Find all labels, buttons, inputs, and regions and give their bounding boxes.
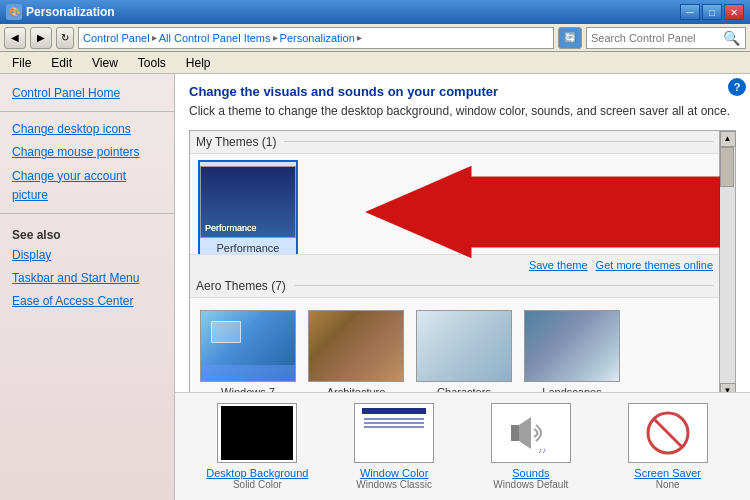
page-title: Change the visuals and sounds on your co… — [189, 84, 736, 99]
sidebar-control-panel-home[interactable]: Control Panel Home — [0, 82, 174, 105]
window-color-sub: Windows Classic — [356, 479, 432, 490]
menu-help[interactable]: Help — [182, 55, 215, 71]
path-control-panel[interactable]: Control Panel — [83, 32, 150, 44]
sidebar-divider — [0, 111, 174, 112]
theme-win7-thumbnail — [200, 310, 296, 382]
theme-characters-label: Characters — [437, 386, 491, 392]
sidebar-change-account-picture[interactable]: Change your account picture — [0, 165, 174, 207]
search-box: 🔍 — [586, 27, 746, 49]
sounds-sub: Windows Default — [493, 479, 568, 490]
sidebar-display[interactable]: Display — [0, 244, 174, 267]
sounds-item[interactable]: ♪♪ Sounds Windows Default — [471, 403, 591, 490]
help-button[interactable]: ? — [728, 78, 746, 96]
my-themes-grid: Performance Performance — [190, 154, 719, 254]
compatibility-btn[interactable]: 🔄 — [558, 27, 582, 49]
path-personalization[interactable]: Personalization — [280, 32, 355, 44]
scroll-up-button[interactable]: ▲ — [720, 131, 736, 147]
sidebar-divider-2 — [0, 213, 174, 214]
title-bar: 🎨 Personalization ─ □ ✕ — [0, 0, 750, 24]
refresh-button[interactable]: ↻ — [56, 27, 74, 49]
customization-bar: Desktop Background Solid Color Window Co… — [175, 392, 750, 500]
see-also-section: See also Display Taskbar and Start Menu … — [0, 224, 174, 314]
search-go-button[interactable]: 🔍 — [723, 30, 740, 46]
svg-rect-1 — [511, 425, 519, 441]
window-title: Personalization — [26, 5, 115, 19]
sounds-label[interactable]: Sounds — [512, 467, 549, 479]
window-color-item[interactable]: Window Color Windows Classic — [334, 403, 454, 490]
theme-performance-label: Performance — [217, 242, 280, 254]
theme-win7-label: Windows 7 — [221, 386, 275, 392]
minimize-button[interactable]: ─ — [680, 4, 700, 20]
window-color-icon — [362, 408, 426, 458]
get-more-themes-link[interactable]: Get more themes online — [596, 259, 713, 271]
my-themes-label: My Themes (1) — [190, 131, 719, 154]
app-icon: 🎨 — [6, 4, 22, 20]
save-theme-link[interactable]: Save theme — [529, 259, 588, 271]
theme-architecture[interactable]: Architecture — [306, 304, 406, 392]
screen-saver-icon-box — [628, 403, 708, 463]
theme-characters[interactable]: Characters — [414, 304, 514, 392]
window-controls: ─ □ ✕ — [680, 4, 744, 20]
screen-saver-item[interactable]: Screen Saver None — [608, 403, 728, 490]
sidebar-change-desktop-icons[interactable]: Change desktop icons — [0, 118, 174, 141]
themes-scrollbar: ▲ ▼ — [719, 131, 735, 392]
menu-view[interactable]: View — [88, 55, 122, 71]
content-area: ? Change the visuals and sounds on your … — [175, 74, 750, 392]
theme-architecture-label: Architecture — [327, 386, 386, 392]
window-color-label[interactable]: Window Color — [360, 467, 428, 479]
scroll-down-button[interactable]: ▼ — [720, 383, 736, 392]
sidebar-taskbar[interactable]: Taskbar and Start Menu — [0, 267, 174, 290]
sidebar-ease-of-access[interactable]: Ease of Access Center — [0, 290, 174, 313]
desktop-background-icon — [221, 406, 293, 460]
svg-marker-2 — [519, 417, 531, 449]
forward-button[interactable]: ▶ — [30, 27, 52, 49]
theme-win7[interactable]: Windows 7 — [198, 304, 298, 392]
svg-text:♪♪: ♪♪ — [538, 446, 546, 455]
desktop-background-label[interactable]: Desktop Background — [206, 467, 308, 479]
desktop-background-icon-box — [217, 403, 297, 463]
menu-bar: File Edit View Tools Help — [0, 52, 750, 74]
sounds-icon-box: ♪♪ — [491, 403, 571, 463]
screen-saver-icon — [638, 408, 698, 458]
main-layout: Control Panel Home Change desktop icons … — [0, 74, 750, 500]
theme-performance-thumbnail: Performance — [200, 166, 296, 238]
themes-actions: Save theme Get more themes online — [190, 254, 719, 275]
desktop-background-item[interactable]: Desktop Background Solid Color — [197, 403, 317, 490]
aero-themes-grid: Windows 7 Architecture Cha — [190, 298, 719, 392]
scroll-track — [720, 147, 735, 383]
content-description: Click a theme to change the desktop back… — [189, 103, 736, 120]
aero-themes-label: Aero Themes (7) — [190, 275, 719, 298]
back-button[interactable]: ◀ — [4, 27, 26, 49]
theme-landscapes-thumbnail — [524, 310, 620, 382]
theme-architecture-thumbnail — [308, 310, 404, 382]
sounds-icon: ♪♪ — [501, 408, 561, 458]
window-color-icon-box — [354, 403, 434, 463]
theme-landscapes-label: Landscapes — [542, 386, 601, 392]
maximize-button[interactable]: □ — [702, 4, 722, 20]
theme-performance-name-overlay: Performance — [205, 223, 257, 233]
search-input[interactable] — [591, 32, 721, 44]
theme-characters-thumbnail — [416, 310, 512, 382]
see-also-title: See also — [0, 224, 174, 244]
screen-saver-label[interactable]: Screen Saver — [634, 467, 701, 479]
close-button[interactable]: ✕ — [724, 4, 744, 20]
theme-performance[interactable]: Performance Performance — [198, 160, 298, 260]
svg-line-5 — [653, 418, 683, 448]
address-path: Control Panel ▸ All Control Panel Items … — [78, 27, 554, 49]
screen-saver-sub: None — [656, 479, 680, 490]
menu-file[interactable]: File — [8, 55, 35, 71]
address-bar: ◀ ▶ ↻ Control Panel ▸ All Control Panel … — [0, 24, 750, 52]
sidebar-change-mouse-pointers[interactable]: Change mouse pointers — [0, 141, 174, 164]
scroll-thumb[interactable] — [720, 147, 734, 187]
path-all-items[interactable]: All Control Panel Items — [159, 32, 271, 44]
theme-landscapes[interactable]: Landscapes — [522, 304, 622, 392]
themes-panel: My Themes (1) Performance Performance — [189, 130, 736, 392]
desktop-background-sub: Solid Color — [233, 479, 282, 490]
menu-edit[interactable]: Edit — [47, 55, 76, 71]
sidebar: Control Panel Home Change desktop icons … — [0, 74, 175, 500]
menu-tools[interactable]: Tools — [134, 55, 170, 71]
